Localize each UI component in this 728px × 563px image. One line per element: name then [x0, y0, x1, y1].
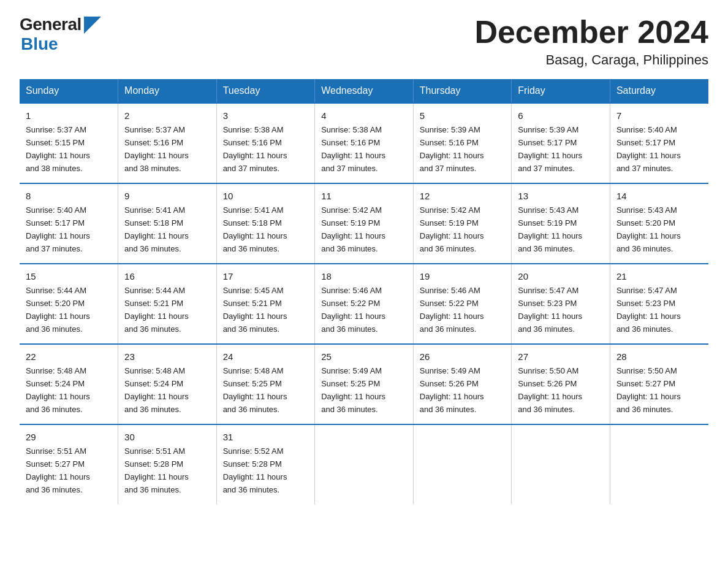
- calendar-week-row: 1 Sunrise: 5:37 AMSunset: 5:15 PMDayligh…: [20, 103, 708, 183]
- day-info: Sunrise: 5:50 AMSunset: 5:26 PMDaylight:…: [518, 366, 582, 414]
- day-info: Sunrise: 5:47 AMSunset: 5:23 PMDaylight:…: [616, 286, 681, 334]
- calendar-title: December 2024: [474, 15, 708, 50]
- day-info: Sunrise: 5:42 AMSunset: 5:19 PMDaylight:…: [420, 205, 484, 253]
- day-number: 9: [124, 189, 210, 203]
- day-info: Sunrise: 5:43 AMSunset: 5:19 PMDaylight:…: [518, 205, 582, 253]
- day-info: Sunrise: 5:41 AMSunset: 5:18 PMDaylight:…: [223, 205, 287, 253]
- day-info: Sunrise: 5:39 AMSunset: 5:17 PMDaylight:…: [518, 125, 582, 173]
- day-number: 24: [223, 350, 309, 364]
- calendar-week-row: 15 Sunrise: 5:44 AMSunset: 5:20 PMDaylig…: [20, 264, 708, 344]
- day-number: 8: [26, 189, 112, 203]
- table-row: 16 Sunrise: 5:44 AMSunset: 5:21 PMDaylig…: [118, 264, 217, 344]
- day-number: 22: [26, 350, 112, 364]
- day-number: 15: [26, 269, 112, 283]
- table-row: 22 Sunrise: 5:48 AMSunset: 5:24 PMDaylig…: [20, 344, 118, 424]
- table-row: 28 Sunrise: 5:50 AMSunset: 5:27 PMDaylig…: [610, 344, 708, 424]
- header-thursday: Thursday: [413, 79, 512, 103]
- day-number: 17: [223, 269, 309, 283]
- day-number: 31: [223, 430, 309, 444]
- calendar-header-row: Sunday Monday Tuesday Wednesday Thursday…: [20, 79, 708, 103]
- day-info: Sunrise: 5:44 AMSunset: 5:21 PMDaylight:…: [124, 286, 189, 334]
- table-row: 30 Sunrise: 5:51 AMSunset: 5:28 PMDaylig…: [118, 424, 217, 504]
- header-wednesday: Wednesday: [315, 79, 414, 103]
- table-row: [512, 424, 610, 504]
- table-row: 10 Sunrise: 5:41 AMSunset: 5:18 PMDaylig…: [216, 183, 315, 264]
- calendar-subtitle: Basag, Caraga, Philippines: [474, 52, 708, 68]
- header-sunday: Sunday: [20, 79, 118, 103]
- table-row: 21 Sunrise: 5:47 AMSunset: 5:23 PMDaylig…: [610, 264, 708, 344]
- day-number: 12: [420, 189, 506, 203]
- table-row: 29 Sunrise: 5:51 AMSunset: 5:27 PMDaylig…: [20, 424, 118, 504]
- table-row: 31 Sunrise: 5:52 AMSunset: 5:28 PMDaylig…: [216, 424, 315, 504]
- table-row: 15 Sunrise: 5:44 AMSunset: 5:20 PMDaylig…: [20, 264, 118, 344]
- day-info: Sunrise: 5:51 AMSunset: 5:27 PMDaylight:…: [26, 446, 90, 494]
- table-row: 7 Sunrise: 5:40 AMSunset: 5:17 PMDayligh…: [610, 103, 708, 183]
- day-info: Sunrise: 5:49 AMSunset: 5:25 PMDaylight:…: [321, 366, 385, 414]
- day-info: Sunrise: 5:48 AMSunset: 5:24 PMDaylight:…: [26, 366, 90, 414]
- table-row: 14 Sunrise: 5:43 AMSunset: 5:20 PMDaylig…: [610, 183, 708, 264]
- day-info: Sunrise: 5:52 AMSunset: 5:28 PMDaylight:…: [223, 446, 287, 494]
- header-monday: Monday: [118, 79, 217, 103]
- day-number: 19: [420, 269, 506, 283]
- day-number: 30: [124, 430, 210, 444]
- day-number: 10: [223, 189, 309, 203]
- day-info: Sunrise: 5:48 AMSunset: 5:25 PMDaylight:…: [223, 366, 287, 414]
- day-info: Sunrise: 5:48 AMSunset: 5:24 PMDaylight:…: [124, 366, 189, 414]
- day-info: Sunrise: 5:38 AMSunset: 5:16 PMDaylight:…: [223, 125, 287, 173]
- day-info: Sunrise: 5:40 AMSunset: 5:17 PMDaylight:…: [616, 125, 681, 173]
- day-number: 27: [518, 350, 604, 364]
- table-row: 4 Sunrise: 5:38 AMSunset: 5:16 PMDayligh…: [315, 103, 414, 183]
- day-number: 14: [616, 189, 702, 203]
- day-number: 23: [124, 350, 210, 364]
- day-info: Sunrise: 5:51 AMSunset: 5:28 PMDaylight:…: [124, 446, 189, 494]
- day-info: Sunrise: 5:43 AMSunset: 5:20 PMDaylight:…: [616, 205, 681, 253]
- table-row: 26 Sunrise: 5:49 AMSunset: 5:26 PMDaylig…: [413, 344, 512, 424]
- table-row: 25 Sunrise: 5:49 AMSunset: 5:25 PMDaylig…: [315, 344, 414, 424]
- table-row: 6 Sunrise: 5:39 AMSunset: 5:17 PMDayligh…: [512, 103, 610, 183]
- calendar-week-row: 29 Sunrise: 5:51 AMSunset: 5:27 PMDaylig…: [20, 424, 708, 504]
- day-number: 29: [26, 430, 112, 444]
- table-row: [315, 424, 414, 504]
- day-number: 18: [321, 269, 407, 283]
- title-block: December 2024 Basag, Caraga, Philippines: [474, 15, 708, 68]
- calendar-table: Sunday Monday Tuesday Wednesday Thursday…: [20, 79, 708, 504]
- table-row: 9 Sunrise: 5:41 AMSunset: 5:18 PMDayligh…: [118, 183, 217, 264]
- day-info: Sunrise: 5:37 AMSunset: 5:15 PMDaylight:…: [26, 125, 90, 173]
- table-row: 17 Sunrise: 5:45 AMSunset: 5:21 PMDaylig…: [216, 264, 315, 344]
- header-friday: Friday: [512, 79, 610, 103]
- day-number: 1: [26, 109, 112, 123]
- day-number: 3: [223, 109, 309, 123]
- day-info: Sunrise: 5:50 AMSunset: 5:27 PMDaylight:…: [616, 366, 681, 414]
- table-row: 8 Sunrise: 5:40 AMSunset: 5:17 PMDayligh…: [20, 183, 118, 264]
- table-row: 19 Sunrise: 5:46 AMSunset: 5:22 PMDaylig…: [413, 264, 512, 344]
- day-info: Sunrise: 5:46 AMSunset: 5:22 PMDaylight:…: [321, 286, 385, 334]
- table-row: 13 Sunrise: 5:43 AMSunset: 5:19 PMDaylig…: [512, 183, 610, 264]
- table-row: 2 Sunrise: 5:37 AMSunset: 5:16 PMDayligh…: [118, 103, 217, 183]
- day-info: Sunrise: 5:38 AMSunset: 5:16 PMDaylight:…: [321, 125, 385, 173]
- day-info: Sunrise: 5:49 AMSunset: 5:26 PMDaylight:…: [420, 366, 484, 414]
- table-row: 18 Sunrise: 5:46 AMSunset: 5:22 PMDaylig…: [315, 264, 414, 344]
- day-info: Sunrise: 5:40 AMSunset: 5:17 PMDaylight:…: [26, 205, 90, 253]
- logo-blue-text: Blue: [21, 34, 58, 54]
- header-tuesday: Tuesday: [216, 79, 315, 103]
- day-number: 2: [124, 109, 210, 123]
- day-info: Sunrise: 5:39 AMSunset: 5:16 PMDaylight:…: [420, 125, 484, 173]
- table-row: 12 Sunrise: 5:42 AMSunset: 5:19 PMDaylig…: [413, 183, 512, 264]
- logo-general-text: General: [20, 15, 82, 34]
- table-row: 23 Sunrise: 5:48 AMSunset: 5:24 PMDaylig…: [118, 344, 217, 424]
- day-info: Sunrise: 5:47 AMSunset: 5:23 PMDaylight:…: [518, 286, 582, 334]
- table-row: 20 Sunrise: 5:47 AMSunset: 5:23 PMDaylig…: [512, 264, 610, 344]
- day-number: 7: [616, 109, 702, 123]
- table-row: 5 Sunrise: 5:39 AMSunset: 5:16 PMDayligh…: [413, 103, 512, 183]
- day-info: Sunrise: 5:45 AMSunset: 5:21 PMDaylight:…: [223, 286, 287, 334]
- logo-arrow-icon: [84, 17, 101, 34]
- day-number: 28: [616, 350, 702, 364]
- table-row: 24 Sunrise: 5:48 AMSunset: 5:25 PMDaylig…: [216, 344, 315, 424]
- table-row: 3 Sunrise: 5:38 AMSunset: 5:16 PMDayligh…: [216, 103, 315, 183]
- day-number: 21: [616, 269, 702, 283]
- day-number: 20: [518, 269, 604, 283]
- day-info: Sunrise: 5:42 AMSunset: 5:19 PMDaylight:…: [321, 205, 385, 253]
- table-row: 11 Sunrise: 5:42 AMSunset: 5:19 PMDaylig…: [315, 183, 414, 264]
- calendar-week-row: 22 Sunrise: 5:48 AMSunset: 5:24 PMDaylig…: [20, 344, 708, 424]
- day-number: 6: [518, 109, 604, 123]
